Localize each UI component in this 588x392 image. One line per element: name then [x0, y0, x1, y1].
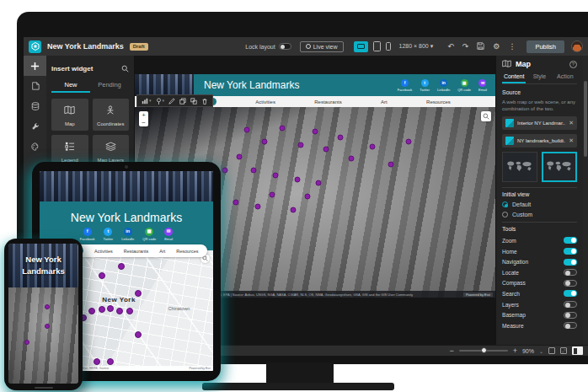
qr-code-link[interactable]: ▦QR code: [142, 228, 156, 241]
source-item-2[interactable]: NY landmarks_buildi... ✕: [502, 134, 577, 148]
user-avatar[interactable]: [571, 40, 583, 52]
radio-custom[interactable]: Custom: [502, 212, 577, 217]
landmark-marker[interactable]: [118, 263, 125, 270]
tab-content[interactable]: Content: [502, 73, 526, 83]
landmark-marker[interactable]: [348, 156, 354, 162]
widget-duplicate-icon[interactable]: [190, 98, 197, 105]
landmark-marker[interactable]: [126, 308, 133, 314]
landmark-marker[interactable]: [88, 308, 95, 314]
landmark-marker[interactable]: [116, 308, 123, 314]
tab-pending[interactable]: Pending: [90, 81, 129, 93]
widget-delete-icon[interactable]: [201, 98, 208, 105]
landmark-marker[interactable]: [94, 358, 100, 365]
landmark-marker[interactable]: [294, 176, 300, 182]
device-tablet-button[interactable]: [373, 41, 381, 51]
linkedin-link[interactable]: inLinkedIn: [437, 79, 450, 92]
save-icon[interactable]: [477, 42, 484, 51]
search-toggle[interactable]: [564, 290, 577, 297]
linkedin-link[interactable]: inLinkedIn: [121, 228, 134, 241]
nav-tab-restaurants[interactable]: Restaurants: [124, 249, 149, 254]
insert-widget-tool[interactable]: [24, 56, 46, 76]
widget-tile-map[interactable]: Map: [51, 99, 88, 131]
settings-gear-icon[interactable]: ⚙: [493, 43, 500, 51]
device-desktop-button[interactable]: [354, 41, 368, 52]
landmark-marker[interactable]: [291, 207, 297, 213]
remove-source-icon[interactable]: ✕: [569, 120, 574, 126]
landmark-marker[interactable]: [45, 324, 50, 329]
layers-toggle[interactable]: [564, 301, 577, 308]
fit-to-window-icon[interactable]: [548, 347, 555, 354]
map-zoom-control[interactable]: +−: [139, 111, 148, 126]
twitter-link[interactable]: tTwitter: [103, 228, 113, 241]
landmark-marker[interactable]: [313, 129, 318, 135]
landmark-marker[interactable]: [323, 146, 329, 152]
toggle-panel-icon[interactable]: [572, 346, 583, 355]
widget-edit-icon[interactable]: [168, 98, 175, 105]
qr-code-link[interactable]: ▦QR code: [457, 79, 471, 92]
theme-palette-tool[interactable]: [24, 137, 46, 157]
landmark-marker[interactable]: [45, 304, 50, 309]
measure-toggle[interactable]: [564, 322, 577, 329]
page-tool[interactable]: [24, 76, 46, 96]
landmark-marker[interactable]: [254, 203, 260, 209]
radio-default[interactable]: Default: [502, 201, 577, 207]
landmark-marker[interactable]: [222, 167, 228, 173]
landmark-marker[interactable]: [262, 138, 268, 144]
nav-tab-resources[interactable]: Resources: [426, 99, 451, 105]
email-link[interactable]: ✉Email: [164, 228, 173, 241]
source-item-1[interactable]: Interior NY Landmar... ✕: [502, 116, 577, 130]
zoom-slider[interactable]: [459, 350, 508, 352]
tab-new[interactable]: New: [51, 81, 90, 93]
widget-tile-coordinates[interactable]: Coordinates: [93, 99, 130, 131]
nav-tab-activities[interactable]: Activities: [255, 99, 275, 105]
scene-thumbnail-2-selected[interactable]: [542, 152, 577, 182]
landmark-marker[interactable]: [99, 306, 105, 313]
home-toggle[interactable]: [564, 248, 577, 255]
undo-icon[interactable]: ↶: [447, 43, 454, 51]
more-menu-icon[interactable]: ⋮: [508, 43, 516, 51]
tab-action[interactable]: Action: [553, 73, 577, 83]
landmark-marker[interactable]: [107, 358, 114, 365]
device-phone-button[interactable]: [386, 42, 391, 51]
data-tool[interactable]: [24, 96, 46, 116]
tools-wrench-tool[interactable]: [24, 116, 46, 137]
landmark-marker[interactable]: [99, 272, 105, 279]
live-view-button[interactable]: Live view: [300, 41, 344, 52]
facebook-link[interactable]: fFacebook: [80, 228, 95, 241]
zoom-toggle[interactable]: [564, 237, 577, 244]
landmark-marker[interactable]: [233, 200, 238, 206]
landmark-marker[interactable]: [107, 305, 114, 312]
zoom-in-icon[interactable]: +: [513, 347, 517, 355]
widget-pin-dropdown-icon[interactable]: ▾: [156, 98, 165, 105]
facebook-link[interactable]: fFacebook: [398, 79, 413, 92]
landmark-marker[interactable]: [243, 127, 249, 133]
actual-size-icon[interactable]: ⤢: [560, 347, 567, 354]
landmark-marker[interactable]: [280, 125, 286, 131]
landmark-marker[interactable]: [316, 180, 322, 186]
nav-tab-art[interactable]: Art: [159, 249, 165, 254]
navigation-toggle[interactable]: [564, 259, 577, 266]
redo-icon[interactable]: ↷: [462, 43, 469, 51]
twitter-link[interactable]: tTwitter: [420, 79, 430, 92]
landmark-marker[interactable]: [272, 173, 278, 179]
tab-style[interactable]: Style: [527, 73, 551, 83]
landmark-marker[interactable]: [237, 153, 243, 159]
landmark-marker[interactable]: [370, 144, 376, 150]
landmark-marker[interactable]: [135, 331, 142, 338]
scene-thumbnail-1[interactable]: [502, 152, 537, 182]
nav-tab-resources[interactable]: Resources: [176, 249, 198, 254]
widget-layers-dropdown-icon[interactable]: ▾: [142, 98, 152, 105]
landmark-marker[interactable]: [297, 142, 303, 148]
landmark-marker[interactable]: [24, 340, 29, 345]
landmark-marker[interactable]: [406, 138, 412, 144]
nav-tab-restaurants[interactable]: Restaurants: [314, 99, 341, 105]
zoom-caret-icon[interactable]: ⌄: [539, 348, 543, 354]
lock-layout-toggle[interactable]: [279, 43, 291, 50]
locate-toggle[interactable]: [564, 269, 577, 276]
zoom-out-icon[interactable]: −: [449, 347, 453, 355]
remove-source-icon[interactable]: ✕: [569, 137, 574, 144]
map-search-button[interactable]: [481, 111, 491, 121]
landmark-marker[interactable]: [337, 135, 343, 141]
resolution-selector[interactable]: 1280 × 800 ▾: [399, 43, 434, 50]
landmark-marker[interactable]: [251, 167, 257, 173]
